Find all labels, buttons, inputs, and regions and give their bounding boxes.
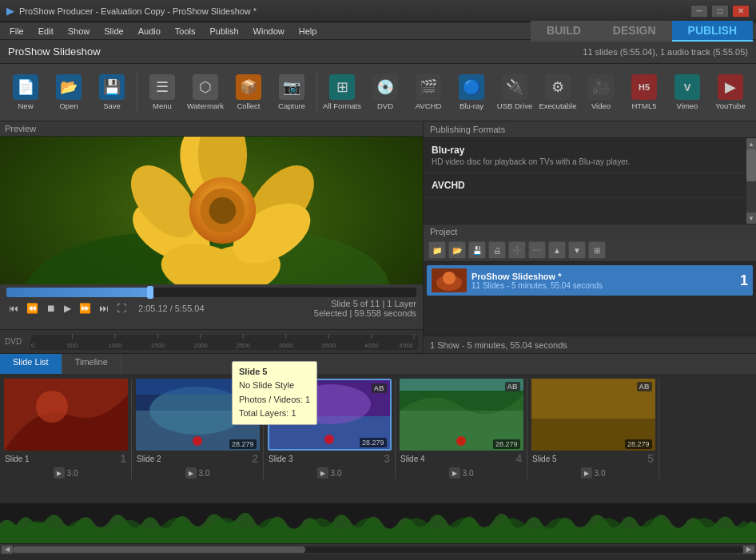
scroll-down-button[interactable]: ▼ [746, 212, 756, 224]
hscroll-thumb[interactable] [13, 546, 305, 553]
watermark-icon: ⬡ [193, 74, 218, 100]
scroll-right-button[interactable]: ▶ [743, 546, 754, 554]
prev-frame-button[interactable]: ⏪ [24, 301, 41, 316]
menu-window[interactable]: Window [247, 25, 291, 38]
tab-timeline[interactable]: Timeline [62, 354, 121, 374]
toolbar-vimeo-button[interactable]: V Vimeo [666, 68, 708, 117]
timecode: 2:05.12 / 5:55.04 [138, 304, 205, 313]
slide-4-transition-dot [456, 436, 466, 446]
slide-3-num: 3 [384, 452, 390, 465]
slide-3-transition-dot [324, 435, 334, 444]
toolbar-menu-button[interactable]: ☰ Menu [141, 68, 183, 117]
progress-bar[interactable] [6, 288, 416, 297]
progress-thumb[interactable] [147, 286, 153, 299]
audio-waveform [0, 503, 756, 543]
toolbar-youtube-button[interactable]: ▶ YouTube [710, 68, 751, 117]
menu-slide[interactable]: Slide [97, 25, 129, 38]
format-bluray[interactable]: Blu-ray HD video disc for playback on TV… [424, 138, 746, 173]
slide-1-play-button[interactable]: ▶ [54, 467, 65, 479]
slide-2-play-button[interactable]: ▶ [185, 467, 197, 479]
proj-folder-button[interactable]: 📁 [428, 241, 446, 259]
toolbar-all-formats-button[interactable]: ⊞ All Formats [321, 68, 363, 117]
tab-slide-list[interactable]: Slide List [0, 354, 62, 374]
menu-show[interactable]: Show [62, 25, 97, 38]
preview-image [0, 137, 423, 284]
menu-help[interactable]: Help [292, 25, 324, 38]
menu-audio[interactable]: Audio [132, 25, 167, 38]
close-button[interactable]: ✕ [732, 5, 750, 18]
skip-end-button[interactable]: ⏭ [97, 301, 111, 316]
slide-4-play-button[interactable]: ▶ [449, 467, 460, 479]
youtube-icon: ▶ [718, 74, 743, 100]
minimize-button[interactable]: ─ [690, 5, 708, 18]
proj-save-button[interactable]: 💾 [468, 241, 486, 259]
toolbar-avchd-button[interactable]: 🎬 AVCHD [408, 68, 449, 117]
proj-print-button[interactable]: 🖨 [488, 241, 506, 259]
skip-start-button[interactable]: ⏮ [6, 301, 21, 316]
toolbar-video-button[interactable]: 🎥 Video [580, 68, 622, 117]
toolbar-vimeo-label: Vimeo [677, 101, 698, 110]
menubar: File Edit Show Slide Audio Tools Publish… [0, 22, 756, 40]
menu-tools[interactable]: Tools [169, 25, 202, 38]
mode-tab-publish[interactable]: PUBLISH [672, 21, 753, 42]
toolbar-html5-button[interactable]: H5 HTML5 [623, 68, 665, 117]
toolbar-separator-2 [316, 73, 317, 113]
stop-button[interactable]: ⏹ [44, 301, 58, 316]
slide-3-play-button[interactable]: ▶ [317, 467, 328, 479]
mode-tab-build[interactable]: BUILD [531, 21, 597, 42]
play-button[interactable]: ▶ [62, 301, 74, 316]
proj-add-button[interactable]: ➕ [508, 241, 526, 259]
toolbar-save-button[interactable]: 💾 Save [91, 68, 133, 117]
capture-icon: 📷 [279, 74, 304, 100]
menu-file[interactable]: File [3, 25, 30, 38]
menu-edit[interactable]: Edit [32, 25, 60, 38]
scroll-up-button[interactable]: ▲ [746, 138, 756, 149]
maximize-button[interactable]: □ [711, 5, 729, 18]
proj-remove-button[interactable]: ➖ [528, 241, 546, 259]
slide-item-1[interactable]: Slide 1 1 ▶ 3.0 [0, 379, 132, 479]
scroll-thumb[interactable] [746, 149, 756, 181]
fullscreen-button[interactable]: ⛶ [114, 301, 129, 316]
slide-item-4[interactable]: AB 28.279 Slide 4 4 ▶ 3.0 [396, 379, 527, 479]
scroll-left-button[interactable]: ◀ [2, 546, 13, 554]
toolbar-open-button[interactable]: 📂 Open [48, 68, 90, 117]
toolbar-bluray-button[interactable]: 🔵 Blu-ray [451, 68, 492, 117]
main-area: Preview [0, 121, 756, 353]
toolbar-capture-button[interactable]: 📷 Capture [271, 68, 312, 117]
slide-thumb-5: AB 28.279 [531, 379, 655, 451]
proj-open-button[interactable]: 📂 [448, 241, 466, 259]
format-avchd[interactable]: AVCHD [424, 173, 746, 198]
slide-4-info: Slide 4 4 [399, 451, 523, 467]
proj-move-up-button[interactable]: ▲ [548, 241, 566, 259]
svg-text:0: 0 [31, 342, 35, 349]
next-frame-button[interactable]: ⏩ [77, 301, 94, 316]
slide-item-5[interactable]: AB 28.279 Slide 5 5 ▶ 3.0 [527, 379, 659, 479]
toolbar-watermark-button[interactable]: ⬡ Watermark [185, 68, 226, 117]
playback-controls-area: ⏮ ⏪ ⏹ ▶ ⏩ ⏭ ⛶ 2:05.12 / 5:55.04 Slide 5 … [0, 284, 423, 329]
open-icon: 📂 [56, 74, 82, 100]
project-item[interactable]: ProShow Slideshow * 11 Slides - 5 minute… [427, 265, 753, 296]
proj-grid-button[interactable]: ⊞ [588, 241, 606, 259]
toolbar-collect-button[interactable]: 📦 Collect [228, 68, 269, 117]
menu-publish[interactable]: Publish [204, 25, 245, 38]
toolbar-dvd-button[interactable]: 💿 DVD [364, 68, 406, 117]
dvd-icon: 💿 [372, 74, 398, 100]
proj-move-down-button[interactable]: ▼ [568, 241, 586, 259]
format-bluray-name: Blu-ray [432, 145, 738, 156]
slide-5-play-button[interactable]: ▶ [581, 467, 592, 479]
slide-2-name: Slide 2 [137, 455, 161, 463]
horizontal-scrollbar[interactable]: ◀ ▶ [0, 543, 756, 554]
toolbar-watermark-label: Watermark [187, 101, 224, 110]
project-meta: 11 Slides - 5 minutes, 55.04 seconds [472, 281, 735, 290]
toolbar-collect-label: Collect [237, 101, 260, 110]
slide-2-playback: ▶ 3.0 [184, 467, 212, 479]
mode-tab-design[interactable]: DESIGN [597, 21, 672, 42]
toolbar-new-button[interactable]: 📄 New [5, 68, 46, 117]
project-title: ProShow Slideshow [8, 46, 101, 58]
toolbar-usb-button[interactable]: 🔌 USB Drive [494, 68, 535, 117]
svg-text:3500: 3500 [321, 342, 336, 349]
slide-2-duration-overlay: 28.279 [229, 439, 257, 449]
scroll-track [746, 149, 756, 212]
toolbar-executable-button[interactable]: ⚙ Executable [537, 68, 579, 117]
slide-5-duration: 3.0 [595, 469, 606, 478]
